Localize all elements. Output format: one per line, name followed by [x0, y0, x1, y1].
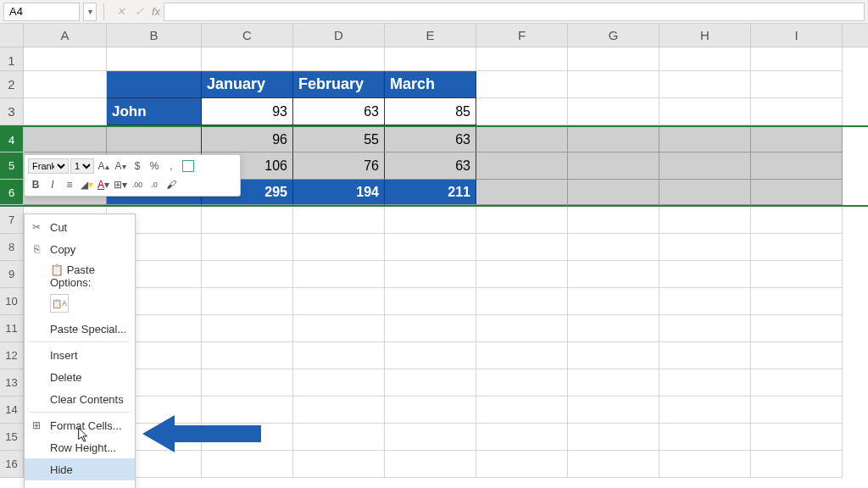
cell-A4[interactable] — [24, 127, 107, 152]
row-header-5[interactable]: 5 — [0, 152, 24, 180]
col-header-C[interactable]: C — [202, 24, 293, 47]
cell-H7[interactable] — [659, 207, 751, 234]
row-header-1[interactable]: 1 — [0, 47, 24, 71]
cell-G4[interactable] — [568, 127, 659, 152]
cell-D13[interactable] — [293, 369, 385, 396]
cell-G12[interactable] — [568, 342, 659, 369]
cell-D1[interactable] — [293, 47, 385, 71]
cell-F16[interactable] — [476, 451, 568, 478]
cell-F2[interactable] — [476, 71, 568, 98]
cell-C8[interactable] — [202, 234, 293, 261]
comma-icon[interactable]: , — [164, 158, 179, 174]
col-header-D[interactable]: D — [293, 24, 385, 47]
cell-H13[interactable] — [659, 369, 751, 396]
cell-H8[interactable] — [659, 234, 751, 261]
decrease-decimal-icon[interactable]: .0 — [147, 177, 162, 192]
percent-icon[interactable]: % — [147, 158, 162, 174]
cell-C1[interactable] — [202, 47, 293, 71]
cell-I10[interactable] — [751, 288, 843, 315]
cell-F1[interactable] — [476, 47, 568, 71]
cell-B2[interactable] — [107, 71, 202, 98]
format-painter-icon[interactable]: 🖌 — [164, 177, 179, 192]
cell-C10[interactable] — [202, 288, 293, 315]
cell-I4[interactable] — [751, 127, 843, 152]
row-header-10[interactable]: 10 — [0, 288, 24, 315]
cell-H5[interactable] — [659, 152, 751, 180]
cell-H14[interactable] — [659, 396, 751, 424]
cell-F15[interactable] — [476, 424, 568, 451]
fill-color-icon[interactable]: ◢▾ — [79, 177, 94, 192]
row-header-11[interactable]: 11 — [0, 315, 24, 342]
cell-F10[interactable] — [476, 288, 568, 315]
cell-E3[interactable]: 85 — [385, 98, 476, 125]
cell-F13[interactable] — [476, 369, 568, 396]
cell-C7[interactable] — [202, 207, 293, 234]
col-header-B[interactable]: B — [107, 24, 202, 47]
cell-D4[interactable]: 55 — [293, 127, 385, 152]
row-header-15[interactable]: 15 — [0, 424, 24, 451]
font-size-select[interactable]: 10 — [70, 158, 94, 174]
cell-E14[interactable] — [385, 396, 476, 424]
cell-B4[interactable] — [107, 127, 202, 152]
context-copy[interactable]: ⎘ Copy — [25, 238, 135, 260]
cell-H12[interactable] — [659, 342, 751, 369]
row-header-7[interactable]: 7 — [0, 207, 24, 234]
cell-A2[interactable] — [24, 71, 107, 98]
cell-G8[interactable] — [568, 234, 659, 261]
cell-C13[interactable] — [202, 369, 293, 396]
cell-E2[interactable]: March — [385, 71, 476, 98]
context-unhide[interactable]: Unhide — [25, 480, 135, 488]
cell-D11[interactable] — [293, 315, 385, 342]
row-header-14[interactable]: 14 — [0, 396, 24, 424]
context-delete[interactable]: Delete — [25, 366, 135, 388]
cell-C9[interactable] — [202, 261, 293, 288]
cell-G11[interactable] — [568, 315, 659, 342]
cell-G5[interactable] — [568, 152, 659, 180]
cell-C12[interactable] — [202, 342, 293, 369]
cell-I13[interactable] — [751, 369, 843, 396]
col-header-F[interactable]: F — [476, 24, 568, 47]
cell-I6[interactable] — [751, 180, 843, 205]
formula-input[interactable] — [164, 3, 865, 21]
cell-D7[interactable] — [293, 207, 385, 234]
increase-decimal-icon[interactable]: .00 — [130, 177, 145, 192]
cell-C4[interactable]: 96 — [202, 127, 293, 152]
row-header-2[interactable]: 2 — [0, 71, 24, 98]
cell-H9[interactable] — [659, 261, 751, 288]
cell-C11[interactable] — [202, 315, 293, 342]
cell-E16[interactable] — [385, 451, 476, 478]
bold-icon[interactable]: B — [28, 177, 43, 192]
cell-I15[interactable] — [751, 424, 843, 451]
cell-G10[interactable] — [568, 288, 659, 315]
cell-F3[interactable] — [476, 98, 568, 125]
cell-E6[interactable]: 211 — [385, 180, 476, 205]
row-header-13[interactable]: 13 — [0, 369, 24, 396]
row-header-8[interactable]: 8 — [0, 234, 24, 261]
cell-H16[interactable] — [659, 451, 751, 478]
context-paste-default[interactable]: 📋A — [25, 292, 135, 318]
decrease-font-icon[interactable]: A▾ — [113, 158, 128, 174]
cell-E7[interactable] — [385, 207, 476, 234]
cell-E4[interactable]: 63 — [385, 127, 476, 152]
cell-G13[interactable] — [568, 369, 659, 396]
row-header-6[interactable]: 6 — [0, 180, 24, 205]
cell-I9[interactable] — [751, 261, 843, 288]
cell-G2[interactable] — [568, 71, 659, 98]
cell-C3[interactable]: 93 — [202, 98, 293, 125]
cell-C16[interactable] — [202, 451, 293, 478]
cell-E10[interactable] — [385, 288, 476, 315]
font-name-select[interactable]: Franklin — [28, 158, 69, 174]
cell-F9[interactable] — [476, 261, 568, 288]
cell-F5[interactable] — [476, 152, 568, 180]
dollar-icon[interactable]: $ — [130, 158, 145, 174]
name-box[interactable]: A4 — [3, 3, 80, 21]
cell-B3[interactable]: John — [107, 98, 202, 125]
col-header-I[interactable]: I — [751, 24, 843, 47]
cell-I11[interactable] — [751, 315, 843, 342]
cell-I16[interactable] — [751, 451, 843, 478]
fx-icon[interactable]: fx — [152, 5, 160, 18]
cell-B1[interactable] — [107, 47, 202, 71]
cell-E12[interactable] — [385, 342, 476, 369]
cell-H4[interactable] — [659, 127, 751, 152]
cell-I2[interactable] — [751, 71, 843, 98]
